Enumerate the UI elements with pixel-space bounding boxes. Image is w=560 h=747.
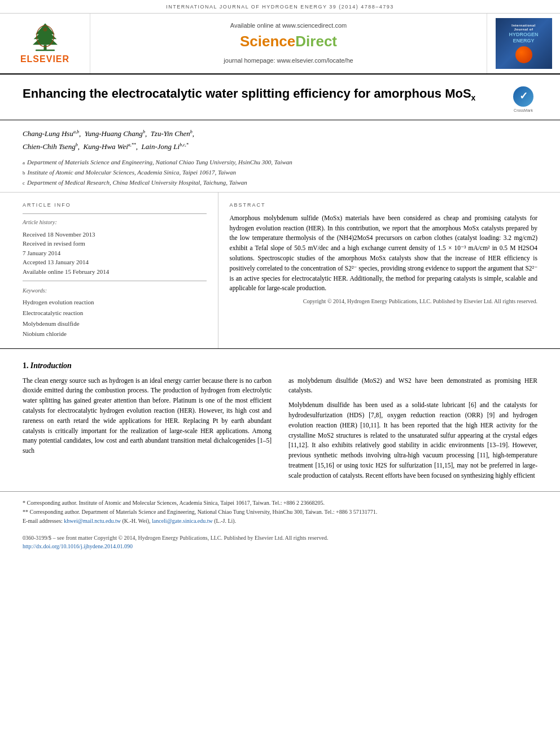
history-label: Article history: <box>23 219 207 226</box>
revised-date: 7 January 2014 <box>23 248 207 258</box>
available-online-text: Available online at www.sciencedirect.co… <box>230 21 347 30</box>
svg-rect-1 <box>36 50 55 51</box>
journal-cover: International Journal of HYDROGEN ENERGY <box>496 18 552 69</box>
publisher-logo-area: ELSEVIER <box>0 14 90 73</box>
journal-cover-sphere-icon <box>515 46 532 63</box>
journal-banner: INTERNATIONAL JOURNAL OF HYDROGEN ENERGY… <box>0 0 560 14</box>
elsevier-logo: ELSEVIER <box>11 21 79 66</box>
affil-text-b: Institute of Atomic and Molecular Scienc… <box>28 168 236 178</box>
copyright-text: Copyright © 2014, Hydrogen Energy Public… <box>230 297 537 305</box>
header-area: ELSEVIER Available online at www.science… <box>0 14 560 75</box>
sciencedirect-direct: Direct <box>295 33 337 50</box>
article-info-column: ARTICLE INFO Article history: Received 1… <box>23 193 218 348</box>
sciencedirect-science: Science <box>240 33 295 50</box>
footnote-star1: * Corresponding author. Institute of Ato… <box>23 499 537 508</box>
footnotes-section: * Corresponding author. Institute of Ato… <box>0 491 560 530</box>
abstract-label: ABSTRACT <box>230 202 537 209</box>
section-title: Introduction <box>30 361 72 370</box>
elsevier-tree-icon <box>25 21 65 52</box>
keyword-3: Molybdenum disulfide <box>23 318 207 329</box>
author-4-sup: b <box>76 142 78 147</box>
header-center: Available online at www.sciencedirect.co… <box>90 14 487 73</box>
footnote-star2: ** Corresponding author. Department of M… <box>23 508 537 517</box>
elsevier-text: ELSEVIER <box>20 53 69 65</box>
affil-sup-a: a <box>23 159 25 168</box>
two-col-layout: ARTICLE INFO Article history: Received 1… <box>23 193 537 348</box>
author-1-sup: a,b <box>73 129 79 134</box>
intro-col-left: The clean energy source such as hydrogen… <box>23 376 272 486</box>
available-date: Available online 15 February 2014 <box>23 267 207 277</box>
author-2-sup: b <box>143 129 145 134</box>
keywords-label: Keywords: <box>23 287 207 295</box>
crossmark-circle-icon: ✓ <box>513 86 533 107</box>
title-section: Enhancing the electrocatalytic water spl… <box>0 75 560 120</box>
authors-section: Chang-Lung Hsua,b, Yung-Huang Changb, Tz… <box>0 120 560 193</box>
intro-col-right: as molybdenum disulfide (MoS2) and WS2 h… <box>288 376 537 486</box>
keyword-1: Hydrogen evolution reaction <box>23 297 207 308</box>
journal-cover-area: International Journal of HYDROGEN ENERGY <box>487 14 560 73</box>
footnote-emails: E-mail addresses: khwei@mail.nctu.edu.tw… <box>23 517 537 526</box>
article-info-label: ARTICLE INFO <box>23 202 207 209</box>
section-heading: 1. Introduction <box>23 360 537 372</box>
abstract-column: ABSTRACT Amorphous molybdenum sulfide (M… <box>218 193 537 348</box>
article-title: Enhancing the electrocatalytic water spl… <box>23 86 498 103</box>
author-3-sup: b <box>190 129 193 134</box>
email-2-link[interactable]: lanceli@gate.sinica.edu.tw <box>152 518 213 524</box>
abstract-paragraph: Amorphous molybdenum sulfide (MoSx) mate… <box>230 213 537 294</box>
accepted-date: Accepted 13 January 2014 <box>23 257 207 267</box>
intro-col-right-p1: as molybdenum disulfide (MoS2) and WS2 h… <box>288 376 537 396</box>
svg-point-6 <box>43 28 47 32</box>
affiliation-c: c Department of Medical Research, China … <box>23 178 537 188</box>
affiliation-a: a Department of Materials Science and En… <box>23 158 537 168</box>
crossmark-badge[interactable]: ✓ CrossMark <box>509 86 537 114</box>
section-number: 1. <box>23 361 29 370</box>
doi-link[interactable]: http://dx.doi.org/10.1016/j.ijhydene.201… <box>23 542 537 551</box>
article-title-block: Enhancing the electrocatalytic water spl… <box>23 86 498 103</box>
author-3: Tzu-Yin Chenb <box>151 129 193 138</box>
affil-text-a: Department of Materials Science and Engi… <box>27 158 292 168</box>
introduction-two-col: The clean energy source such as hydrogen… <box>23 376 537 486</box>
keyword-2: Electrocatalytic reaction <box>23 308 207 318</box>
author-6: Lain-Jong Lib,c,* <box>142 142 189 151</box>
journal-homepage: journal homepage: www.elsevier.com/locat… <box>224 56 353 65</box>
crossmark-label: CrossMark <box>514 108 533 113</box>
journal-cover-title: International Journal of HYDROGEN ENERGY <box>509 24 538 44</box>
author-5: Kung-Hwa Weia,** <box>84 142 136 151</box>
author-6-sup: b,c,* <box>180 142 189 147</box>
intro-col-left-p1: The clean energy source such as hydrogen… <box>23 376 272 457</box>
author-5-sup: a,** <box>128 142 136 147</box>
affil-text-c: Department of Medical Research, China Me… <box>27 178 247 188</box>
author-4: Chien-Chih Tsengb <box>23 142 78 151</box>
affiliations: a Department of Materials Science and En… <box>23 158 537 187</box>
received-date: Received 18 November 2013 <box>23 230 207 239</box>
issn-line: 0360-3199/$ – see front matter Copyright… <box>23 534 537 542</box>
abstract-text: Amorphous molybdenum sulfide (MoSx) mate… <box>230 213 537 306</box>
intro-col-right-p2: Molybdenum disulfide has been used as a … <box>288 400 537 481</box>
banner-text: INTERNATIONAL JOURNAL OF HYDROGEN ENERGY… <box>166 4 394 10</box>
received-group: Received 18 November 2013 Received in re… <box>23 230 207 277</box>
email-1-link[interactable]: khwei@mail.nctu.edu.tw <box>64 518 121 524</box>
authors-line: Chang-Lung Hsua,b, Yung-Huang Changb, Tz… <box>23 127 537 154</box>
revised-label: Received in revised form <box>23 239 207 248</box>
affil-sup-b: b <box>23 169 25 178</box>
sciencedirect-logo: ScienceDirect <box>240 31 337 51</box>
article-body-section: ARTICLE INFO Article history: Received 1… <box>0 193 560 349</box>
introduction-section: 1. Introduction The clean energy source … <box>0 349 560 486</box>
author-1: Chang-Lung Hsua,b <box>23 129 79 138</box>
keyword-4: Niobium chloride <box>23 329 207 339</box>
affil-sup-c: c <box>23 179 25 188</box>
affiliation-b: b Institute of Atomic and Molecular Scie… <box>23 168 537 178</box>
bottom-footer: 0360-3199/$ – see front matter Copyright… <box>0 530 560 554</box>
author-2: Yung-Huang Changb <box>85 129 145 138</box>
title-subscript: x <box>471 93 476 102</box>
